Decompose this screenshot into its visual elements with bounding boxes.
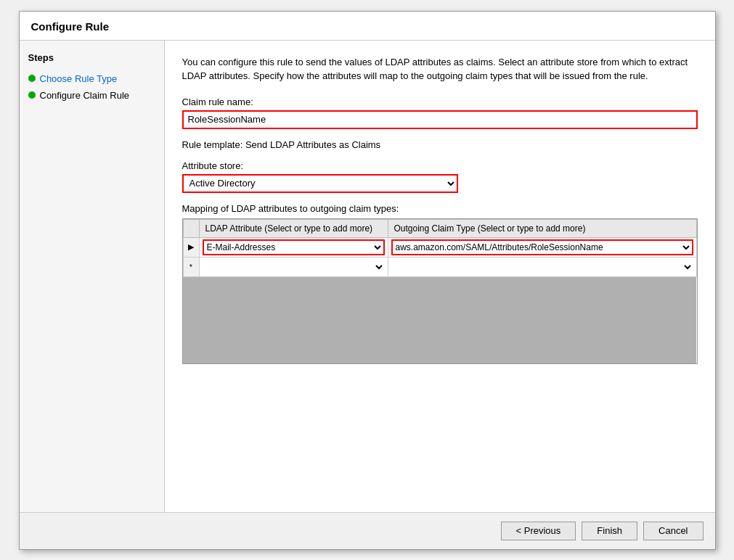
step-dot-2	[28, 91, 36, 99]
row-indicator-1: ▶	[183, 237, 199, 257]
empty-area	[183, 276, 696, 363]
mapping-group: Mapping of LDAP attributes to outgoing c…	[182, 203, 698, 365]
configure-rule-dialog: Configure Rule Steps Choose Rule Type Co…	[19, 11, 716, 550]
main-content: You can configure this rule to send the …	[165, 41, 715, 512]
ldap-cell-1: E-Mail-Addresses SAM-Account-Name User-P…	[199, 237, 388, 257]
table-row: ▶ E-Mail-Addresses SAM-Account-Name User…	[183, 237, 696, 257]
sidebar-item-configure-claim-rule[interactable]: Configure Claim Rule	[28, 90, 155, 101]
outgoing-cell-2: aws.amazon.com/SAML/Attributes/RoleSessi…	[388, 257, 696, 276]
empty-area-row	[183, 276, 696, 363]
dialog-footer: < Previous Finish Cancel	[20, 512, 715, 549]
outgoing-cell-1: aws.amazon.com/SAML/Attributes/RoleSessi…	[388, 237, 696, 257]
attribute-store-select[interactable]: Active Directory Custom Store	[182, 174, 458, 193]
claim-rule-name-group: Claim rule name:	[182, 96, 698, 129]
sidebar-item-label-2: Configure Claim Rule	[40, 90, 130, 101]
mapping-table-wrapper: LDAP Attribute (Select or type to add mo…	[182, 218, 698, 365]
finish-button[interactable]: Finish	[582, 522, 637, 540]
row-indicator-2: *	[183, 257, 199, 276]
th-indicator	[183, 219, 199, 237]
rule-template-text: Rule template: Send LDAP Attributes as C…	[182, 139, 698, 150]
ldap-attribute-select-1[interactable]: E-Mail-Addresses SAM-Account-Name User-P…	[203, 239, 385, 255]
th-outgoing-claim: Outgoing Claim Type (Select or type to a…	[388, 219, 696, 237]
outgoing-claim-select-1[interactable]: aws.amazon.com/SAML/Attributes/RoleSessi…	[391, 239, 693, 255]
mapping-label: Mapping of LDAP attributes to outgoing c…	[182, 203, 698, 214]
description-text: You can configure this rule to send the …	[182, 55, 690, 83]
attribute-store-label: Attribute store:	[182, 160, 698, 171]
sidebar-item-choose-rule-type[interactable]: Choose Rule Type	[28, 73, 155, 84]
outgoing-claim-select-2[interactable]: aws.amazon.com/SAML/Attributes/RoleSessi…	[391, 259, 693, 275]
attribute-store-group: Attribute store: Active Directory Custom…	[182, 160, 698, 193]
sidebar-heading: Steps	[28, 52, 155, 63]
sidebar-item-label-1: Choose Rule Type	[40, 73, 118, 84]
dialog-title: Configure Rule	[20, 12, 715, 41]
sidebar: Steps Choose Rule Type Configure Claim R…	[20, 41, 165, 512]
claim-rule-name-label: Claim rule name:	[182, 96, 698, 107]
table-row: * E-Mail-Addresses SAM-Account-Name	[183, 257, 696, 276]
cancel-button[interactable]: Cancel	[643, 522, 703, 540]
step-dot-1	[28, 75, 36, 82]
ldap-cell-2: E-Mail-Addresses SAM-Account-Name	[199, 257, 388, 276]
ldap-attribute-select-2[interactable]: E-Mail-Addresses SAM-Account-Name	[203, 259, 385, 275]
th-ldap-attribute: LDAP Attribute (Select or type to add mo…	[199, 219, 388, 237]
mapping-table: LDAP Attribute (Select or type to add mo…	[183, 219, 697, 364]
dialog-body: Steps Choose Rule Type Configure Claim R…	[20, 41, 715, 512]
previous-button[interactable]: < Previous	[501, 522, 576, 540]
claim-rule-name-input[interactable]	[182, 110, 698, 129]
